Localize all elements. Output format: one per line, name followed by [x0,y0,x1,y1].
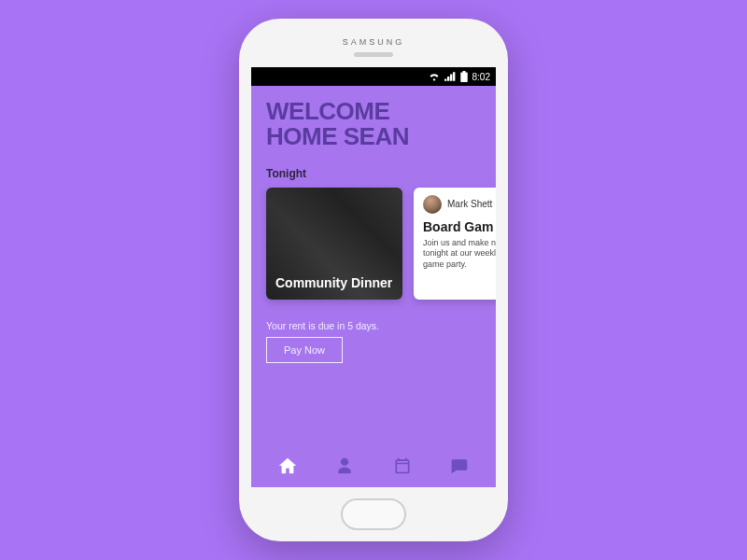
event-host-name: Mark Shett [447,199,492,209]
pay-now-button[interactable]: Pay Now [266,337,343,363]
nav-profile[interactable] [333,455,356,477]
event-card-title: Board Gam [423,219,496,234]
bottom-nav [251,444,496,487]
event-card-description: Join us and make new friends tonight at … [423,238,496,271]
event-host-row: Mark Shett [423,195,496,214]
nav-calendar[interactable] [391,455,414,477]
rent-reminder: Your rent is due in 5 days. Pay Now [266,320,481,363]
status-bar: 8:02 [251,67,496,86]
welcome-line2: HOME SEAN [266,124,481,149]
wifi-icon [429,72,440,81]
chat-icon [450,456,469,475]
event-cards-row[interactable]: Community Dinner Mark Shett Board Gam Jo… [266,188,496,300]
phone-speaker [354,52,393,57]
person-icon [335,456,354,475]
phone-home-button[interactable] [341,498,406,530]
device-brand: SAMSUNG [239,37,508,47]
section-label-tonight: Tonight [266,167,481,180]
avatar [423,195,442,214]
rent-message: Your rent is due in 5 days. [266,320,481,331]
phone-frame: SAMSUNG 8:02 WELCOME HOME SEAN Tonight [239,19,508,541]
app-screen: 8:02 WELCOME HOME SEAN Tonight Community… [251,67,496,487]
event-card-title: Community Dinner [275,275,393,290]
battery-icon [460,71,468,82]
event-card-board-game[interactable]: Mark Shett Board Gam Join us and make ne… [414,188,496,300]
main-content: WELCOME HOME SEAN Tonight Community Dinn… [251,86,496,444]
welcome-headline: WELCOME HOME SEAN [266,99,481,150]
event-card-community-dinner[interactable]: Community Dinner [266,188,402,300]
home-icon [277,455,298,476]
signal-icon [444,72,456,81]
welcome-line1: WELCOME [266,99,481,124]
status-time: 8:02 [472,72,490,82]
nav-home[interactable] [276,455,299,477]
nav-chat[interactable] [448,455,471,477]
calendar-icon [393,456,412,475]
